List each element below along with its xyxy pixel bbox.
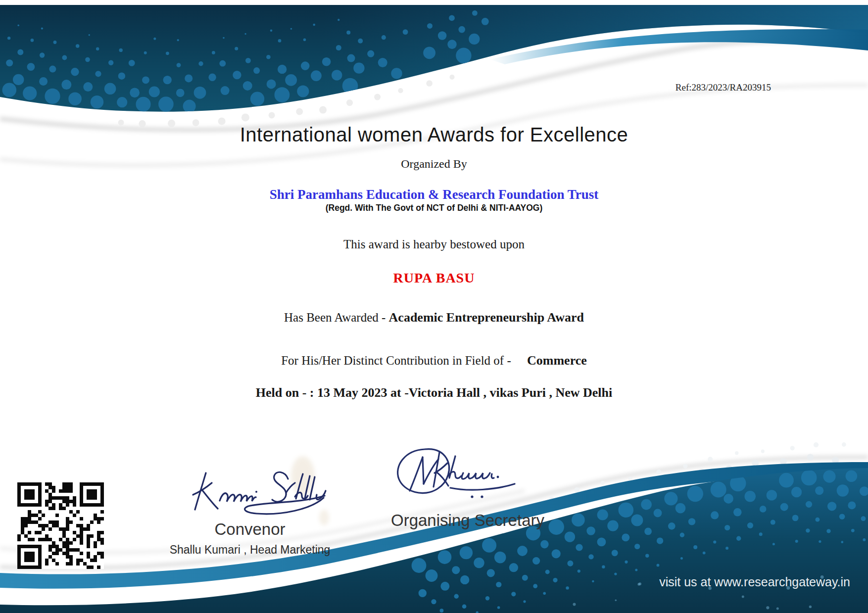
award-prefix: Has Been Awarded - [284,311,389,324]
event-line: Held on - : 13 May 2023 at -Victoria Hal… [0,385,868,400]
convenor-block: Convenor Shallu Kumari , Head Marketing [146,520,354,557]
convenor-signature [187,466,331,519]
secretary-block: Organising Secretary [369,511,567,530]
certificate-title: International women Awards for Excellenc… [0,124,868,146]
organization-name: Shri Paramhans Education & Research Foun… [0,187,868,202]
field-prefix: For His/Her Distinct Contribution in Fie… [281,354,514,367]
field-name: Commerce [527,353,587,368]
certificate-page: Ref:283/2023/RA203915 International wome… [0,0,868,613]
recipient-name: RUPA BASU [0,270,868,286]
organized-by-label: Organized By [0,157,868,171]
footer-website-text: visit us at www.researchgateway.in [659,575,850,589]
bestowal-line: This award is hearby bestowed upon [0,237,868,251]
reference-number: Ref:283/2023/RA203915 [675,82,771,93]
secretary-signature [390,444,534,503]
secretary-role-label: Organising Secretary [369,511,567,530]
award-name: Academic Entrepreneurship Award [389,310,584,325]
convenor-detail: Shallu Kumari , Head Marketing [146,543,354,557]
registration-line: (Regd. With The Govt of NCT of Delhi & N… [0,203,868,213]
award-line: Has Been Awarded - Academic Entrepreneur… [0,310,868,325]
qr-code [17,482,104,569]
convenor-role-label: Convenor [146,520,354,539]
field-line: For His/Her Distinct Contribution in Fie… [0,353,868,368]
